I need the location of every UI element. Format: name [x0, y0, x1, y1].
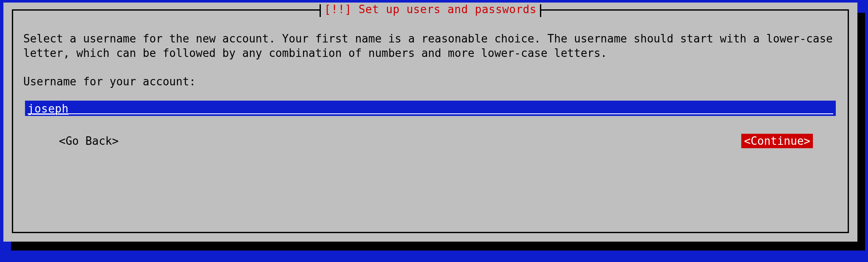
dialog-title: [!!] Set up users and passwords [321, 3, 540, 16]
dialog-button-row: <Go Back> <Continue> [23, 134, 837, 148]
username-prompt-label: Username for your account: [23, 75, 837, 88]
dialog-frame: [!!] Set up users and passwords Select a… [12, 9, 849, 233]
go-back-button[interactable]: <Go Back> [56, 134, 121, 148]
dialog-description: Select a username for the new account. Y… [23, 32, 837, 61]
username-input[interactable] [25, 101, 836, 116]
continue-button[interactable]: <Continue> [741, 134, 813, 148]
installer-dialog: [!!] Set up users and passwords Select a… [3, 3, 857, 242]
dialog-title-wrap: [!!] Set up users and passwords [13, 3, 848, 16]
username-input-wrap[interactable] [25, 101, 836, 116]
